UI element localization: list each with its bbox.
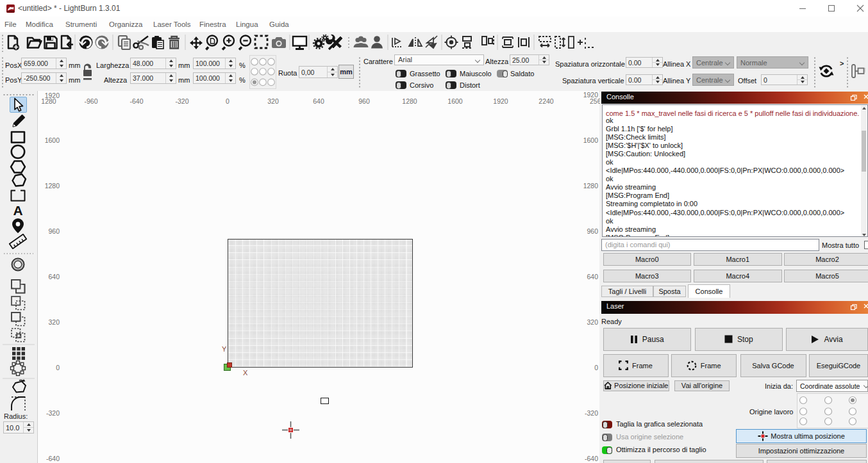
svg-text:A: A (13, 203, 22, 218)
